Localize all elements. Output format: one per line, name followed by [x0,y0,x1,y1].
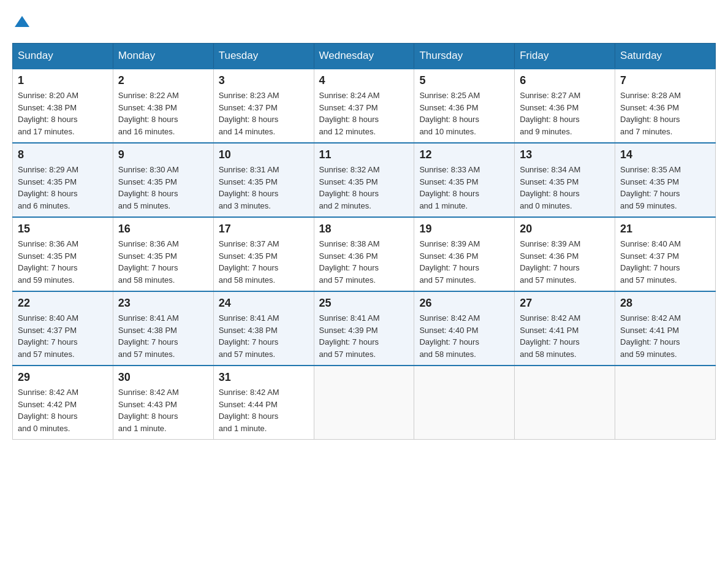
calendar-cell: 21Sunrise: 8:40 AMSunset: 4:37 PMDayligh… [615,217,716,291]
day-info: Sunrise: 8:29 AMSunset: 4:35 PMDaylight:… [18,164,108,212]
calendar-header-monday: Monday [113,44,213,69]
svg-marker-0 [15,16,29,27]
logo-triangle-icon [13,13,31,31]
calendar-cell: 17Sunrise: 8:37 AMSunset: 4:35 PMDayligh… [213,217,314,291]
day-info: Sunrise: 8:40 AMSunset: 4:37 PMDaylight:… [620,238,710,286]
day-info: Sunrise: 8:36 AMSunset: 4:35 PMDaylight:… [118,238,208,286]
calendar-header-thursday: Thursday [414,44,515,69]
day-number: 14 [620,148,710,161]
day-info: Sunrise: 8:33 AMSunset: 4:35 PMDaylight:… [419,164,509,212]
calendar-cell: 26Sunrise: 8:42 AMSunset: 4:40 PMDayligh… [414,291,515,366]
day-number: 31 [219,371,309,384]
day-number: 6 [520,74,610,87]
calendar-cell: 14Sunrise: 8:35 AMSunset: 4:35 PMDayligh… [615,143,716,217]
calendar-cell [515,366,615,440]
calendar-cell: 24Sunrise: 8:41 AMSunset: 4:38 PMDayligh… [213,291,314,366]
day-info: Sunrise: 8:20 AMSunset: 4:38 PMDaylight:… [18,90,108,137]
calendar-cell: 27Sunrise: 8:42 AMSunset: 4:41 PMDayligh… [515,291,615,366]
calendar-cell: 8Sunrise: 8:29 AMSunset: 4:35 PMDaylight… [13,143,113,217]
day-info: Sunrise: 8:41 AMSunset: 4:39 PMDaylight:… [319,312,409,360]
day-info: Sunrise: 8:39 AMSunset: 4:36 PMDaylight:… [419,238,509,286]
day-info: Sunrise: 8:41 AMSunset: 4:38 PMDaylight:… [219,312,309,360]
day-info: Sunrise: 8:38 AMSunset: 4:36 PMDaylight:… [319,238,409,286]
calendar-cell: 19Sunrise: 8:39 AMSunset: 4:36 PMDayligh… [414,217,515,291]
day-info: Sunrise: 8:34 AMSunset: 4:35 PMDaylight:… [520,164,610,212]
calendar-cell: 9Sunrise: 8:30 AMSunset: 4:35 PMDaylight… [113,143,213,217]
calendar-header-friday: Friday [515,44,615,69]
calendar-cell: 22Sunrise: 8:40 AMSunset: 4:37 PMDayligh… [13,291,113,366]
calendar-cell: 1Sunrise: 8:20 AMSunset: 4:38 PMDaylight… [13,69,113,143]
day-number: 22 [18,297,108,310]
day-number: 12 [419,148,509,161]
day-number: 2 [118,74,208,87]
day-info: Sunrise: 8:30 AMSunset: 4:35 PMDaylight:… [118,164,208,212]
calendar-cell [615,366,716,440]
calendar-header-wednesday: Wednesday [314,44,414,69]
calendar-cell [314,366,414,440]
day-info: Sunrise: 8:35 AMSunset: 4:35 PMDaylight:… [620,164,710,212]
calendar-cell: 28Sunrise: 8:42 AMSunset: 4:41 PMDayligh… [615,291,716,366]
calendar-cell: 5Sunrise: 8:25 AMSunset: 4:36 PMDaylight… [414,69,515,143]
day-number: 28 [620,297,710,310]
day-number: 9 [118,148,208,161]
day-number: 3 [219,74,309,87]
calendar-header-saturday: Saturday [615,44,716,69]
day-number: 1 [18,74,108,87]
day-info: Sunrise: 8:42 AMSunset: 4:43 PMDaylight:… [118,386,208,434]
calendar-cell: 25Sunrise: 8:41 AMSunset: 4:39 PMDayligh… [314,291,414,366]
day-number: 16 [118,223,208,236]
day-info: Sunrise: 8:37 AMSunset: 4:35 PMDaylight:… [219,238,309,286]
day-number: 18 [319,223,409,236]
day-info: Sunrise: 8:31 AMSunset: 4:35 PMDaylight:… [219,164,309,212]
calendar-cell: 18Sunrise: 8:38 AMSunset: 4:36 PMDayligh… [314,217,414,291]
calendar-cell: 13Sunrise: 8:34 AMSunset: 4:35 PMDayligh… [515,143,615,217]
day-number: 24 [219,297,309,310]
calendar-cell: 15Sunrise: 8:36 AMSunset: 4:35 PMDayligh… [13,217,113,291]
calendar-cell: 3Sunrise: 8:23 AMSunset: 4:37 PMDaylight… [213,69,314,143]
calendar-header-row: SundayMondayTuesdayWednesdayThursdayFrid… [13,44,716,69]
day-number: 26 [419,297,509,310]
day-number: 30 [118,371,208,384]
day-number: 11 [319,148,409,161]
day-number: 10 [219,148,309,161]
day-number: 21 [620,223,710,236]
calendar-cell: 30Sunrise: 8:42 AMSunset: 4:43 PMDayligh… [113,366,213,440]
page-header [12,12,716,31]
calendar-week-row: 1Sunrise: 8:20 AMSunset: 4:38 PMDaylight… [13,69,716,143]
day-number: 5 [419,74,509,87]
calendar-week-row: 15Sunrise: 8:36 AMSunset: 4:35 PMDayligh… [13,217,716,291]
day-info: Sunrise: 8:42 AMSunset: 4:40 PMDaylight:… [419,312,509,360]
calendar-table: SundayMondayTuesdayWednesdayThursdayFrid… [12,43,716,440]
calendar-cell: 11Sunrise: 8:32 AMSunset: 4:35 PMDayligh… [314,143,414,217]
day-number: 4 [319,74,409,87]
calendar-cell: 23Sunrise: 8:41 AMSunset: 4:38 PMDayligh… [113,291,213,366]
calendar-header-sunday: Sunday [13,44,113,69]
day-number: 25 [319,297,409,310]
day-number: 27 [520,297,610,310]
day-info: Sunrise: 8:24 AMSunset: 4:37 PMDaylight:… [319,90,409,137]
calendar-cell: 20Sunrise: 8:39 AMSunset: 4:36 PMDayligh… [515,217,615,291]
day-info: Sunrise: 8:41 AMSunset: 4:38 PMDaylight:… [118,312,208,360]
day-info: Sunrise: 8:36 AMSunset: 4:35 PMDaylight:… [18,238,108,286]
calendar-cell: 16Sunrise: 8:36 AMSunset: 4:35 PMDayligh… [113,217,213,291]
day-info: Sunrise: 8:27 AMSunset: 4:36 PMDaylight:… [520,90,610,137]
day-number: 8 [18,148,108,161]
calendar-cell: 31Sunrise: 8:42 AMSunset: 4:44 PMDayligh… [213,366,314,440]
calendar-week-row: 29Sunrise: 8:42 AMSunset: 4:42 PMDayligh… [13,366,716,440]
day-info: Sunrise: 8:32 AMSunset: 4:35 PMDaylight:… [319,164,409,212]
calendar-cell: 10Sunrise: 8:31 AMSunset: 4:35 PMDayligh… [213,143,314,217]
day-info: Sunrise: 8:23 AMSunset: 4:37 PMDaylight:… [219,90,309,137]
calendar-week-row: 8Sunrise: 8:29 AMSunset: 4:35 PMDaylight… [13,143,716,217]
calendar-week-row: 22Sunrise: 8:40 AMSunset: 4:37 PMDayligh… [13,291,716,366]
day-number: 19 [419,223,509,236]
day-info: Sunrise: 8:42 AMSunset: 4:44 PMDaylight:… [219,386,309,434]
day-number: 17 [219,223,309,236]
day-info: Sunrise: 8:28 AMSunset: 4:36 PMDaylight:… [620,90,710,137]
day-info: Sunrise: 8:39 AMSunset: 4:36 PMDaylight:… [520,238,610,286]
day-number: 20 [520,223,610,236]
calendar-cell: 2Sunrise: 8:22 AMSunset: 4:38 PMDaylight… [113,69,213,143]
day-number: 7 [620,74,710,87]
calendar-cell: 7Sunrise: 8:28 AMSunset: 4:36 PMDaylight… [615,69,716,143]
day-number: 15 [18,223,108,236]
day-number: 13 [520,148,610,161]
